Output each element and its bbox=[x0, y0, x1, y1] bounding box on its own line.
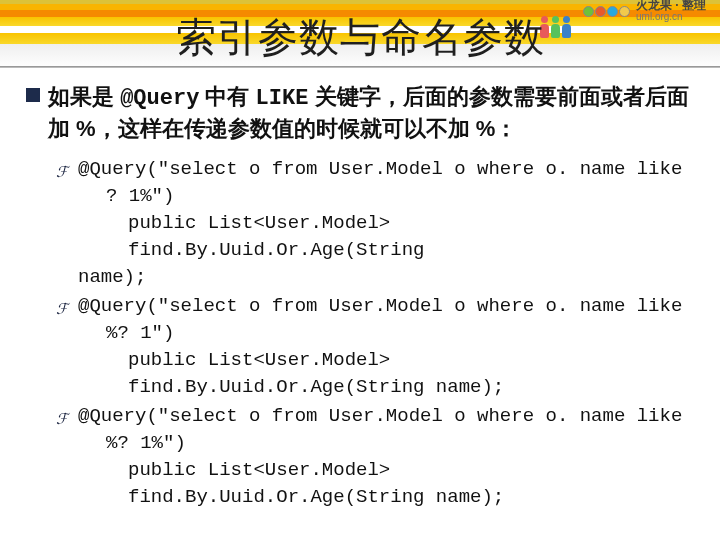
square-bullet-icon bbox=[26, 88, 40, 102]
lead-query: @Query bbox=[120, 86, 199, 111]
feather-bullet-icon: ℱ bbox=[56, 296, 68, 323]
lead-like: LIKE bbox=[256, 86, 309, 111]
code-line: @Query("select o from User.Model o where… bbox=[78, 293, 698, 320]
code-line: public List<User.Model> find.By.Uuid.Or.… bbox=[78, 210, 698, 264]
code-line: %? 1%") bbox=[78, 430, 698, 457]
lead-mid: 中有 bbox=[199, 84, 255, 109]
code-line: %? 1") bbox=[78, 320, 698, 347]
list-item: ℱ @Query("select o from User.Model o whe… bbox=[56, 156, 698, 291]
lead-prefix: 如果是 bbox=[48, 84, 120, 109]
code-line: public List<User.Model> find.By.Uuid.Or.… bbox=[78, 457, 698, 511]
code-line: @Query("select o from User.Model o where… bbox=[78, 156, 698, 183]
code-line: @Query("select o from User.Model o where… bbox=[78, 403, 698, 430]
code-line: ? 1%") bbox=[78, 183, 698, 210]
lead-paragraph: 如果是 @Query 中有 LIKE 关键字，后面的参数需要前面或者后面加 %，… bbox=[26, 82, 698, 144]
list-item: ℱ @Query("select o from User.Model o whe… bbox=[56, 403, 698, 511]
code-items: ℱ @Query("select o from User.Model o whe… bbox=[56, 156, 698, 511]
list-item: ℱ @Query("select o from User.Model o whe… bbox=[56, 293, 698, 401]
feather-bullet-icon: ℱ bbox=[56, 406, 68, 433]
slide-title: 索引参数与命名参数 bbox=[0, 10, 720, 65]
title-underline bbox=[0, 66, 720, 68]
code-line: public List<User.Model> find.By.Uuid.Or.… bbox=[78, 347, 698, 401]
slide-content: 如果是 @Query 中有 LIKE 关键字，后面的参数需要前面或者后面加 %，… bbox=[26, 82, 698, 513]
code-line: name); bbox=[78, 264, 698, 291]
feather-bullet-icon: ℱ bbox=[56, 159, 68, 186]
